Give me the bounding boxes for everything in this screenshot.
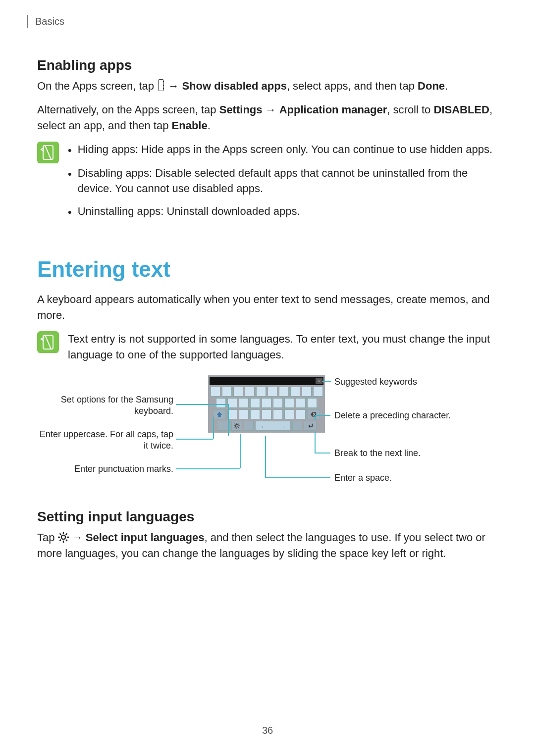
settings-key [231,421,242,431]
page-number: 36 [0,725,535,736]
callout-settings: Set options for the Samsung keyboard. [37,394,173,417]
note-icon [37,142,59,163]
note-body: Text entry is not supported in some lang… [68,331,498,363]
key-row [210,398,323,408]
backspace-icon [310,410,317,418]
space-key [255,421,291,431]
key [284,398,294,408]
svg-line-8 [238,427,239,428]
entering-text-para-1: A keyboard appears automatically when yo… [37,292,498,323]
svg-line-9 [234,427,235,428]
callout-suggested: Suggested keywords [334,376,417,388]
svg-point-11 [61,535,65,539]
svg-line-19 [65,533,67,535]
key [279,387,289,397]
svg-line-16 [59,533,61,535]
chapter-name: Basics [35,16,64,27]
bullet-dot: • [68,165,72,197]
key [256,387,266,397]
key [262,409,271,419]
key [239,409,249,419]
backspace-key [307,409,320,419]
svg-point-2 [235,424,238,427]
bullet-dot: • [68,142,72,158]
setting-input-lang-para: Tap → Select input languages, and then s… [37,530,498,561]
shift-key [213,409,226,419]
more-icon [158,79,164,91]
suggested-bar: › [210,377,323,385]
enabling-apps-para-2: Alternatively, on the Apps screen, tap S… [37,102,498,134]
manual-page: Basics Enabling apps On the Apps screen,… [0,0,535,756]
svg-line-17 [65,540,67,541]
gear-icon [233,421,240,429]
key [250,409,260,419]
key [233,387,243,397]
shift-up-icon [216,410,223,418]
key [227,409,237,419]
key [262,398,271,408]
key [273,409,283,419]
callout-backspace: Delete a preceding character. [334,410,451,421]
callout-enter: Break to the next line. [334,448,421,459]
key [290,387,300,397]
svg-line-10 [238,423,239,424]
keyboard-diagram: › [37,375,498,494]
enter-icon [307,421,314,429]
key-row [210,421,323,431]
header-breadcrumb: Basics [27,15,498,28]
key-row [210,387,323,397]
note-entering-text: Text entry is not supported in some lang… [37,331,498,363]
note-icon [37,331,59,353]
note-body: • Hiding apps: Hide apps in the Apps scr… [68,142,498,228]
key [313,387,323,397]
callout-punctuation: Enter punctuation marks. [37,463,173,475]
bullet-uninstalling-apps: • Uninstalling apps: Uninstall downloade… [68,203,498,220]
enabling-apps-para-1: On the Apps screen, tap → Show disabled … [37,78,498,94]
note-enabling-apps: • Hiding apps: Hide apps in the Apps scr… [37,142,498,228]
key [296,398,306,408]
chevron-right-icon: › [316,378,322,384]
heading-setting-input-languages: Setting input languages [37,509,498,525]
svg-line-18 [59,540,61,541]
gear-icon [58,531,69,542]
bullet-disabling-apps: • Disabling apps: Disable selected defau… [68,165,498,197]
bullet-dot: • [68,203,72,220]
key [284,409,294,419]
callout-uppercase: Enter uppercase. For all caps, tap it tw… [37,429,173,452]
key [239,398,249,408]
key [222,387,232,397]
key [216,398,226,408]
key-row [210,409,323,419]
key [227,398,237,408]
punctuation-key [244,421,254,431]
key [268,387,277,397]
heading-entering-text: Entering text [37,257,498,282]
heading-enabling-apps: Enabling apps [37,57,498,73]
callout-space: Enter a space. [334,472,392,484]
enter-key [304,421,317,431]
bullet-hiding-apps: • Hiding apps: Hide apps in the Apps scr… [68,142,498,158]
key [273,398,283,408]
key [211,387,220,397]
key [307,398,317,408]
period-key [292,421,302,431]
key [296,409,306,419]
key [245,387,255,397]
svg-line-7 [234,423,235,424]
key [302,387,312,397]
key [250,398,260,408]
